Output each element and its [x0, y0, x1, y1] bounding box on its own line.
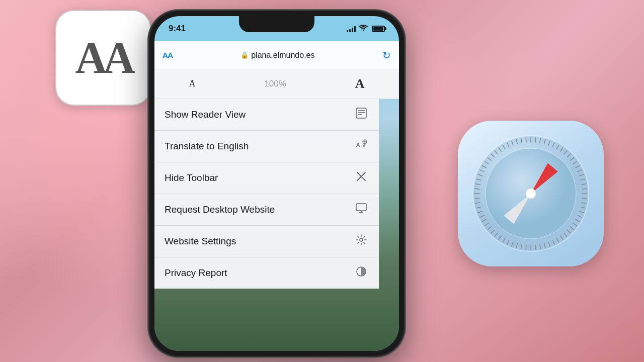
- menu-item-desktop-site[interactable]: Request Desktop Website: [154, 194, 379, 226]
- phone-screen: 9:41: [154, 16, 399, 351]
- svg-line-54: [474, 198, 479, 199]
- privacy-icon: [354, 265, 369, 281]
- menu-item-translate-label: Translate to English: [165, 141, 249, 152]
- refresh-button[interactable]: ↻: [382, 49, 391, 61]
- svg-line-38: [526, 245, 526, 250]
- menu-item-reader-view[interactable]: Show Reader View: [154, 99, 379, 131]
- svg-rect-88: [356, 204, 366, 211]
- desktop-icon: [354, 202, 369, 217]
- url-section: 🔒 plana.elmundo.es: [177, 51, 378, 60]
- menu-item-website-settings-label: Website Settings: [165, 236, 236, 247]
- phone-notch: [239, 16, 314, 32]
- battery-icon: [372, 26, 385, 32]
- font-app-icon: AA: [55, 10, 151, 106]
- menu-item-reader-view-label: Show Reader View: [165, 109, 246, 120]
- menu-item-desktop-site-label: Request Desktop Website: [165, 204, 275, 215]
- status-icons: [347, 25, 385, 33]
- svg-text:A: A: [356, 142, 360, 148]
- phone-frame: 9:41: [148, 10, 405, 357]
- svg-line-72: [526, 137, 526, 142]
- safari-icon-background: [458, 121, 604, 266]
- svg-line-36: [535, 245, 536, 250]
- lock-icon: 🔒: [240, 51, 249, 59]
- svg-line-20: [582, 198, 587, 199]
- svg-line-56: [474, 189, 479, 189]
- hide-toolbar-icon: [354, 170, 369, 186]
- menu-item-website-settings[interactable]: Website Settings: [154, 226, 379, 257]
- menu-item-hide-toolbar-label: Hide Toolbar: [165, 172, 218, 184]
- svg-line-18: [582, 189, 587, 189]
- safari-app-icon: [458, 121, 604, 266]
- settings-icon: [354, 234, 369, 249]
- url-display[interactable]: plana.elmundo.es: [251, 51, 314, 60]
- font-size-controls[interactable]: A 100% A: [154, 69, 399, 99]
- svg-point-76: [526, 189, 536, 199]
- menu-item-privacy-report[interactable]: Privacy Report: [154, 257, 379, 289]
- svg-point-91: [360, 238, 363, 241]
- svg-rect-77: [356, 108, 366, 118]
- menu-item-privacy-report-label: Privacy Report: [165, 267, 227, 279]
- font-increase-button[interactable]: A: [355, 76, 365, 92]
- signal-bars-icon: [347, 25, 356, 32]
- font-percent-display: 100%: [264, 79, 286, 89]
- wifi-icon: [359, 25, 368, 33]
- svg-line-2: [535, 137, 536, 142]
- menu-item-translate[interactable]: Translate to English A 文: [154, 131, 379, 162]
- translate-icon: A 文: [354, 139, 369, 154]
- phone-frame-container: 9:41: [148, 10, 405, 357]
- font-icon-text: AA: [75, 36, 131, 80]
- aa-button[interactable]: AA: [163, 51, 173, 59]
- safari-compass-svg: [470, 133, 591, 254]
- address-bar[interactable]: AA 🔒 plana.elmundo.es ↻: [154, 41, 399, 69]
- font-decrease-button[interactable]: A: [189, 78, 195, 89]
- reader-view-icon: [354, 107, 369, 122]
- menu-item-hide-toolbar[interactable]: Hide Toolbar: [154, 162, 379, 194]
- status-time: 9:41: [169, 24, 186, 34]
- menu-panel: Show Reader View Translate to English: [154, 99, 379, 289]
